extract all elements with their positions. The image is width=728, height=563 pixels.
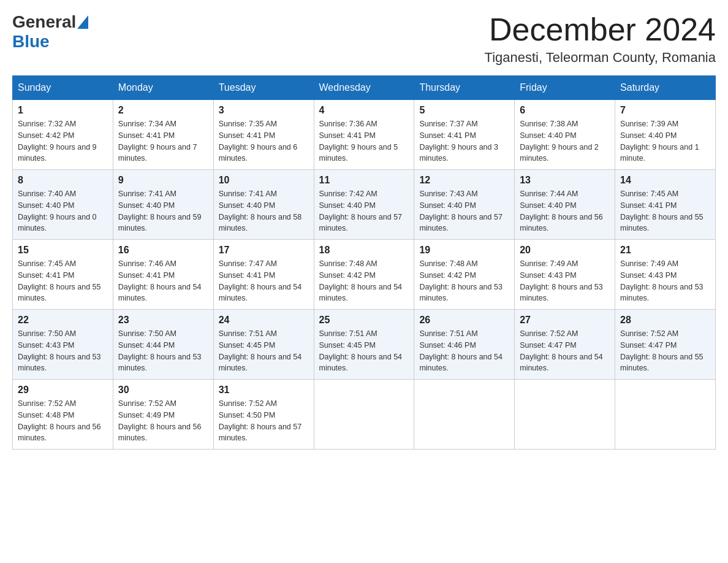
calendar-body: 1 Sunrise: 7:32 AMSunset: 4:42 PMDayligh…: [13, 100, 716, 450]
day-info: Sunrise: 7:51 AMSunset: 4:45 PMDaylight:…: [319, 329, 403, 372]
logo: General Blue: [12, 12, 88, 52]
calendar-cell: 26 Sunrise: 7:51 AMSunset: 4:46 PMDaylig…: [414, 310, 515, 380]
calendar-cell: 6 Sunrise: 7:38 AMSunset: 4:40 PMDayligh…: [515, 100, 615, 170]
day-info: Sunrise: 7:45 AMSunset: 4:41 PMDaylight:…: [18, 259, 101, 302]
day-number: 26: [419, 315, 509, 326]
calendar-title-block: December 2024 Tiganesti, Teleorman Count…: [485, 12, 716, 66]
day-number: 7: [620, 105, 710, 116]
calendar-cell: 27 Sunrise: 7:52 AMSunset: 4:47 PMDaylig…: [515, 310, 615, 380]
day-number: 11: [319, 175, 409, 186]
weekday-header-monday: Monday: [113, 76, 213, 100]
calendar-cell: [414, 380, 515, 450]
day-number: 15: [18, 245, 108, 256]
day-info: Sunrise: 7:35 AMSunset: 4:41 PMDaylight:…: [219, 120, 298, 163]
calendar-cell: 12 Sunrise: 7:43 AMSunset: 4:40 PMDaylig…: [414, 170, 515, 240]
calendar-cell: [515, 380, 615, 450]
day-number: 24: [219, 315, 309, 326]
day-number: 16: [118, 245, 208, 256]
calendar-cell: 28 Sunrise: 7:52 AMSunset: 4:47 PMDaylig…: [615, 310, 716, 380]
calendar-cell: 21 Sunrise: 7:49 AMSunset: 4:43 PMDaylig…: [615, 240, 716, 310]
day-number: 14: [620, 175, 710, 186]
day-info: Sunrise: 7:41 AMSunset: 4:40 PMDaylight:…: [118, 190, 202, 232]
day-number: 1: [18, 105, 108, 116]
calendar-cell: 17 Sunrise: 7:47 AMSunset: 4:41 PMDaylig…: [213, 240, 314, 310]
weekday-header-saturday: Saturday: [615, 76, 716, 100]
calendar-week-row: 8 Sunrise: 7:40 AMSunset: 4:40 PMDayligh…: [13, 170, 716, 240]
day-number: 6: [520, 105, 610, 116]
day-number: 13: [520, 175, 610, 186]
day-number: 29: [18, 385, 108, 396]
location-text: Tiganesti, Teleorman County, Romania: [485, 50, 716, 66]
day-info: Sunrise: 7:46 AMSunset: 4:41 PMDaylight:…: [118, 259, 202, 302]
calendar-cell: 31 Sunrise: 7:52 AMSunset: 4:50 PMDaylig…: [213, 380, 314, 450]
calendar-cell: 18 Sunrise: 7:48 AMSunset: 4:42 PMDaylig…: [314, 240, 414, 310]
day-number: 30: [118, 385, 208, 396]
day-number: 10: [219, 175, 309, 186]
month-title: December 2024: [485, 12, 716, 47]
day-info: Sunrise: 7:52 AMSunset: 4:49 PMDaylight:…: [118, 399, 202, 442]
day-number: 28: [620, 315, 710, 326]
day-info: Sunrise: 7:52 AMSunset: 4:47 PMDaylight:…: [620, 329, 703, 372]
calendar-week-row: 22 Sunrise: 7:50 AMSunset: 4:43 PMDaylig…: [13, 310, 716, 380]
day-info: Sunrise: 7:32 AMSunset: 4:42 PMDaylight:…: [18, 120, 97, 163]
day-number: 3: [219, 105, 309, 116]
calendar-header: SundayMondayTuesdayWednesdayThursdayFrid…: [13, 76, 716, 100]
weekday-header-tuesday: Tuesday: [213, 76, 314, 100]
day-info: Sunrise: 7:43 AMSunset: 4:40 PMDaylight:…: [419, 190, 502, 232]
calendar-cell: 30 Sunrise: 7:52 AMSunset: 4:49 PMDaylig…: [113, 380, 213, 450]
day-number: 9: [118, 175, 208, 186]
day-number: 17: [219, 245, 309, 256]
day-info: Sunrise: 7:37 AMSunset: 4:41 PMDaylight:…: [419, 120, 498, 163]
day-info: Sunrise: 7:38 AMSunset: 4:40 PMDaylight:…: [520, 120, 599, 163]
day-info: Sunrise: 7:48 AMSunset: 4:42 PMDaylight:…: [419, 259, 502, 302]
day-info: Sunrise: 7:45 AMSunset: 4:41 PMDaylight:…: [620, 190, 703, 232]
weekday-header-sunday: Sunday: [13, 76, 113, 100]
day-number: 21: [620, 245, 710, 256]
day-number: 25: [319, 315, 409, 326]
day-info: Sunrise: 7:48 AMSunset: 4:42 PMDaylight:…: [319, 259, 403, 302]
day-info: Sunrise: 7:52 AMSunset: 4:50 PMDaylight:…: [219, 399, 302, 442]
day-info: Sunrise: 7:41 AMSunset: 4:40 PMDaylight:…: [219, 190, 302, 232]
weekday-header-wednesday: Wednesday: [314, 76, 414, 100]
calendar-cell: 25 Sunrise: 7:51 AMSunset: 4:45 PMDaylig…: [314, 310, 414, 380]
day-number: 20: [520, 245, 610, 256]
day-info: Sunrise: 7:51 AMSunset: 4:45 PMDaylight:…: [219, 329, 302, 372]
day-info: Sunrise: 7:44 AMSunset: 4:40 PMDaylight:…: [520, 190, 603, 232]
weekday-header-row: SundayMondayTuesdayWednesdayThursdayFrid…: [13, 76, 716, 100]
day-number: 22: [18, 315, 108, 326]
calendar-cell: 9 Sunrise: 7:41 AMSunset: 4:40 PMDayligh…: [113, 170, 213, 240]
calendar-cell: 13 Sunrise: 7:44 AMSunset: 4:40 PMDaylig…: [515, 170, 615, 240]
calendar-cell: 8 Sunrise: 7:40 AMSunset: 4:40 PMDayligh…: [13, 170, 113, 240]
calendar-week-row: 15 Sunrise: 7:45 AMSunset: 4:41 PMDaylig…: [13, 240, 716, 310]
day-number: 12: [419, 175, 509, 186]
day-info: Sunrise: 7:50 AMSunset: 4:43 PMDaylight:…: [18, 329, 101, 372]
day-info: Sunrise: 7:42 AMSunset: 4:40 PMDaylight:…: [319, 190, 403, 232]
weekday-header-thursday: Thursday: [414, 76, 515, 100]
logo-blue-text: Blue: [12, 32, 88, 52]
calendar-cell: 29 Sunrise: 7:52 AMSunset: 4:48 PMDaylig…: [13, 380, 113, 450]
calendar-week-row: 29 Sunrise: 7:52 AMSunset: 4:48 PMDaylig…: [13, 380, 716, 450]
day-info: Sunrise: 7:52 AMSunset: 4:47 PMDaylight:…: [520, 329, 603, 372]
day-number: 27: [520, 315, 610, 326]
day-number: 31: [219, 385, 309, 396]
day-info: Sunrise: 7:40 AMSunset: 4:40 PMDaylight:…: [18, 190, 97, 232]
day-info: Sunrise: 7:49 AMSunset: 4:43 PMDaylight:…: [520, 259, 603, 302]
calendar-cell: 1 Sunrise: 7:32 AMSunset: 4:42 PMDayligh…: [13, 100, 113, 170]
calendar-cell: 20 Sunrise: 7:49 AMSunset: 4:43 PMDaylig…: [515, 240, 615, 310]
calendar-cell: 2 Sunrise: 7:34 AMSunset: 4:41 PMDayligh…: [113, 100, 213, 170]
day-info: Sunrise: 7:36 AMSunset: 4:41 PMDaylight:…: [319, 120, 398, 163]
logo-general-text: General: [12, 12, 76, 32]
day-info: Sunrise: 7:39 AMSunset: 4:40 PMDaylight:…: [620, 120, 699, 163]
day-info: Sunrise: 7:50 AMSunset: 4:44 PMDaylight:…: [118, 329, 202, 372]
day-number: 2: [118, 105, 208, 116]
calendar-cell: [615, 380, 716, 450]
calendar-cell: 7 Sunrise: 7:39 AMSunset: 4:40 PMDayligh…: [615, 100, 716, 170]
day-info: Sunrise: 7:47 AMSunset: 4:41 PMDaylight:…: [219, 259, 302, 302]
calendar-table: SundayMondayTuesdayWednesdayThursdayFrid…: [12, 75, 716, 450]
day-number: 18: [319, 245, 409, 256]
day-number: 8: [18, 175, 108, 186]
calendar-cell: 11 Sunrise: 7:42 AMSunset: 4:40 PMDaylig…: [314, 170, 414, 240]
calendar-week-row: 1 Sunrise: 7:32 AMSunset: 4:42 PMDayligh…: [13, 100, 716, 170]
day-number: 4: [319, 105, 409, 116]
calendar-cell: 16 Sunrise: 7:46 AMSunset: 4:41 PMDaylig…: [113, 240, 213, 310]
